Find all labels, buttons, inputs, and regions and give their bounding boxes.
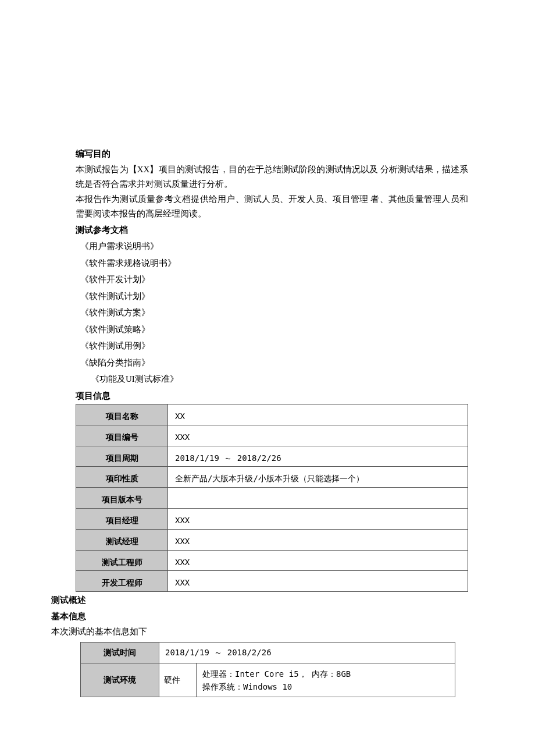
test-engineer-value: XXX <box>168 550 468 571</box>
table-row: 测试环境 硬件 处理器：Inter Core i5， 内存：8GB 操作系统：W… <box>81 663 455 697</box>
ref-doc-item: 《软件测试计划》 <box>80 288 468 305</box>
ref-doc-item: 《软件测试用例》 <box>80 338 468 354</box>
table-row: 项目版本号 <box>76 488 468 509</box>
test-time-label: 测试时间 <box>81 642 159 663</box>
test-manager-value: XXX <box>168 529 468 550</box>
hardware-spec-line1: 处理器：Inter Core i5， 内存：8GB <box>202 668 449 680</box>
project-info-table: 项目名称 XX 项目编号 XXX 项目周期 2018/1/19 ～ 2018/2… <box>76 404 468 592</box>
project-name-label: 项目名称 <box>76 404 168 425</box>
project-period-value: 2018/1/19 ～ 2018/2/26 <box>168 446 468 467</box>
hardware-label: 硬件 <box>159 663 197 697</box>
section-purpose: 编写目的 本测试报告为【XX】项目的测试报告，目的在于总结测试阶段的测试情况以及… <box>76 147 468 222</box>
dev-engineer-value: XXX <box>168 571 468 592</box>
heading-test-overview: 测试概述 <box>51 593 468 608</box>
ref-docs-list: 《用户需求说明书》 《软件需求规格说明书》 《软件开发计划》 《软件测试计划》 … <box>76 238 468 388</box>
dev-engineer-label: 开发工程师 <box>76 571 168 592</box>
section-test-overview: 测试概述 基本信息 本次测试的基本信息如下 <box>51 593 468 640</box>
heading-purpose: 编写目的 <box>76 147 468 162</box>
ref-doc-item: 《功能及UI测试标准》 <box>80 371 468 388</box>
basic-info-table: 测试时间 2018/1/19 ～ 2018/2/26 测试环境 硬件 处理器：I… <box>80 642 455 698</box>
table-row: 测试经理 XXX <box>76 529 468 550</box>
basic-info-intro: 本次测试的基本信息如下 <box>51 624 468 640</box>
test-env-label: 测试环境 <box>81 663 159 697</box>
project-period-label: 项目周期 <box>76 446 168 467</box>
project-version-label: 项目版本号 <box>76 488 168 509</box>
heading-project-info: 项目信息 <box>76 389 468 404</box>
table-row: 项目名称 XX <box>76 404 468 425</box>
project-nature-label: 项印性质 <box>76 467 168 488</box>
ref-doc-item: 《软件开发计划》 <box>80 271 468 288</box>
test-time-value: 2018/1/19 ～ 2018/2/26 <box>159 642 455 663</box>
table-row: 项目周期 2018/1/19 ～ 2018/2/26 <box>76 446 468 467</box>
hardware-spec-line2: 操作系统：Windows 10 <box>202 680 449 693</box>
ref-doc-item: 《软件测试策略》 <box>80 321 468 338</box>
table-row: 项印性质 全新产品/大版本升级/小版本升级（只能选择一个） <box>76 467 468 488</box>
test-engineer-label: 测试工程师 <box>76 550 168 571</box>
table-row: 测试时间 2018/1/19 ～ 2018/2/26 <box>81 642 455 663</box>
table-row: 测试工程师 XXX <box>76 550 468 571</box>
ref-doc-item: 《用户需求说明书》 <box>80 238 468 255</box>
project-nature-value: 全新产品/大版本升级/小版本升级（只能选择一个） <box>168 467 468 488</box>
project-number-label: 项目编号 <box>76 425 168 446</box>
table-row: 项目编号 XXX <box>76 425 468 446</box>
test-manager-label: 测试经理 <box>76 529 168 550</box>
project-version-value <box>168 488 468 509</box>
ref-doc-item: 《缺陷分类指南》 <box>80 354 468 371</box>
project-number-value: XXX <box>168 425 468 446</box>
purpose-paragraph-2: 本报告作为测试质量参考文档提供给用户、测试人员、开发人员、项目管理 者、其他质量… <box>76 192 468 222</box>
project-name-value: XX <box>168 404 468 425</box>
table-row: 开发工程师 XXX <box>76 571 468 592</box>
purpose-paragraph-1: 本测试报告为【XX】项目的测试报告，目的在于总结测试阶段的测试情况以及 分析测试… <box>76 162 468 192</box>
ref-doc-item: 《软件测试方案》 <box>80 304 468 321</box>
heading-basic-info: 基本信息 <box>51 609 468 624</box>
ref-doc-item: 《软件需求规格说明书》 <box>80 255 468 272</box>
hardware-spec: 处理器：Inter Core i5， 内存：8GB 操作系统：Windows 1… <box>197 663 455 697</box>
project-manager-value: XXX <box>168 508 468 529</box>
project-manager-label: 项目经理 <box>76 508 168 529</box>
heading-ref-docs: 测试参考文档 <box>76 223 468 238</box>
table-row: 项目经理 XXX <box>76 508 468 529</box>
section-ref-docs: 测试参考文档 《用户需求说明书》 《软件需求规格说明书》 《软件开发计划》 《软… <box>76 223 468 388</box>
section-project-info: 项目信息 项目名称 XX 项目编号 XXX 项目周期 2018/1/19 ～ 2… <box>76 389 468 592</box>
